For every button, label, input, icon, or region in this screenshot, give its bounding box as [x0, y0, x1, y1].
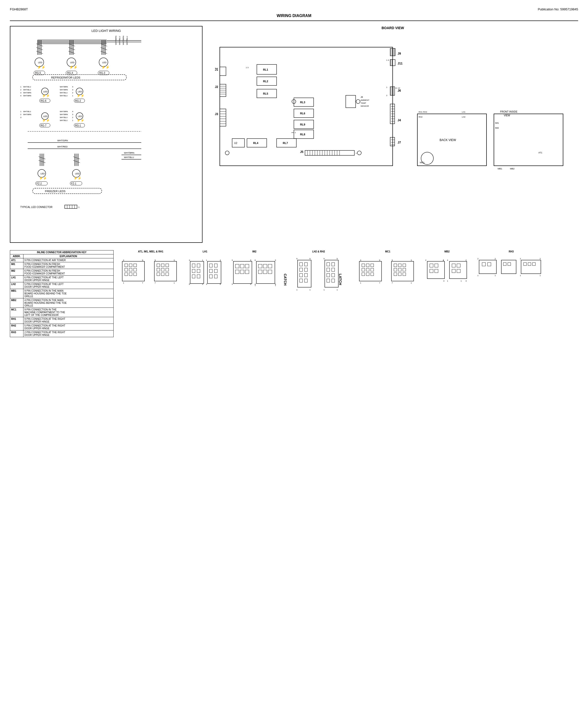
abbr-row: RH32 PIN CONNECTION AT THE RIGHT DOOR UP…: [10, 330, 113, 337]
svg-rect-285: [197, 269, 200, 273]
svg-text:FZ-1: FZ-1: [71, 182, 77, 185]
svg-text:4: 4: [189, 259, 190, 261]
svg-rect-415: [532, 263, 536, 266]
svg-text:1: 1: [461, 280, 462, 282]
svg-text:3: 3: [123, 259, 124, 261]
svg-text:3: 3: [20, 116, 21, 119]
svg-rect-314: [256, 261, 275, 284]
svg-rect-349: [332, 279, 335, 282]
svg-text:BACK VIEW: BACK VIEW: [440, 138, 456, 142]
svg-text:6: 6: [189, 283, 190, 285]
explanation-cell: 2 PIN CONNECTION AT THE RIGHT DOOR UPPER…: [23, 330, 113, 337]
svg-text:3: 3: [465, 280, 467, 282]
svg-text:WHT/BRN: WHT/BRN: [122, 36, 124, 45]
svg-text:J7: J7: [398, 141, 401, 144]
svg-text:1: 1: [323, 289, 325, 291]
svg-text:4: 4: [72, 110, 74, 112]
svg-rect-348: [327, 279, 330, 282]
svg-text:RL6: RL6: [300, 112, 305, 115]
connector-rh3: RH3 2 2 1 1 2 2 1: [477, 250, 546, 284]
svg-text:RL1: RL1: [263, 68, 268, 71]
svg-text:1: 1: [123, 282, 124, 284]
abbr-cell: RH1: [10, 317, 23, 324]
svg-text:LED: LED: [43, 115, 48, 118]
abbr-table-body: AT19 PIN CONNECTION AT AIR TOWERIM19 PIN…: [10, 259, 113, 337]
svg-rect-287: [197, 275, 200, 278]
svg-text:TYPICAL LED CONNECTOR: TYPICAL LED CONNECTOR: [20, 206, 52, 208]
board-view-area: BOARD VIEW J9 J11 1 4 J1 2 4: [207, 26, 578, 243]
svg-text:LED: LED: [41, 172, 45, 175]
svg-rect-378: [403, 273, 406, 276]
svg-text:⚡⚡: ⚡⚡: [101, 65, 110, 69]
svg-rect-387: [435, 269, 438, 273]
svg-rect-276: [166, 273, 169, 276]
main-diagram-area: LED LIGHT WIRING LED: [10, 26, 578, 243]
svg-text:1: 1: [275, 284, 276, 287]
svg-rect-283: [197, 264, 200, 267]
svg-rect-176: [346, 95, 356, 108]
svg-rect-307: [235, 270, 239, 274]
svg-text:2: 2: [520, 258, 521, 260]
svg-rect-411: [508, 263, 511, 266]
abbr-row: LH25 PIN CONNECTION AT THE LEFT DOOR UPP…: [10, 282, 113, 289]
svg-rect-345: [332, 268, 335, 271]
svg-text:J2: J2: [215, 85, 218, 89]
svg-text:1: 1: [72, 95, 74, 97]
svg-rect-320: [268, 270, 272, 274]
svg-text:5: 5: [323, 258, 325, 260]
svg-text:RG-5: RG-5: [35, 71, 41, 74]
abbr-cell: LH1: [10, 276, 23, 282]
svg-line-110: [39, 157, 45, 159]
svg-point-231: [357, 151, 361, 155]
svg-rect-342: [327, 263, 330, 266]
svg-rect-309: [245, 270, 249, 274]
svg-text:3: 3: [360, 259, 361, 261]
svg-text:REFRIGERATOR LEDS: REFRIGERATOR LEDS: [51, 76, 80, 79]
svg-text:6: 6: [220, 283, 221, 285]
svg-text:WHT/GRN: WHT/GRN: [57, 139, 68, 142]
svg-rect-270: [166, 264, 169, 267]
svg-text:RL9: RL9: [300, 123, 305, 126]
svg-text:2: 2: [477, 258, 479, 260]
svg-rect-412: [521, 260, 541, 274]
svg-text:6: 6: [250, 259, 251, 261]
conn-svg-lh1: 4 1 6 3 1 4 3 6: [185, 254, 225, 293]
svg-rect-344: [327, 268, 330, 271]
abbr-row: MC19 PIN CONNECTION IN THE MACHINE COMPA…: [10, 308, 113, 317]
svg-rect-333: [299, 273, 302, 277]
explanation-cell: 9 PIN CONNECTION IN THE MAIN BOARD HOUSI…: [23, 289, 113, 299]
abbreviation-section: INLINE CONNECTOR ABBREVIATION KEY ABBR. …: [10, 250, 578, 337]
svg-rect-393: [457, 264, 460, 267]
col-explanation: EXPLANATION: [23, 254, 113, 259]
svg-text:J3: J3: [215, 112, 218, 116]
svg-text:1: 1: [174, 282, 175, 284]
svg-rect-409: [501, 260, 516, 274]
svg-text:FZ-2: FZ-2: [37, 182, 42, 185]
svg-rect-260: [125, 273, 128, 276]
abbr-cell: RH2: [10, 324, 23, 330]
svg-rect-262: [133, 273, 136, 276]
svg-text:WHT/BRN: WHT/BRN: [115, 36, 117, 45]
connector-lh1: LH1 4 1 6 3: [185, 250, 225, 293]
svg-text:WHT/BLU: WHT/BLU: [23, 89, 31, 91]
svg-rect-254: [125, 264, 128, 267]
svg-text:2: 2: [386, 94, 387, 97]
conn-svg-lh2-rh2: CATCH 5 5 1 1: [284, 254, 353, 299]
svg-text:RG-7: RG-7: [41, 124, 46, 127]
svg-rect-360: [366, 268, 369, 271]
svg-text:WHT/RED: WHT/RED: [57, 145, 68, 148]
svg-text:WHT/BLU: WHT/BLU: [23, 86, 31, 88]
svg-rect-305: [240, 264, 244, 268]
abbr-table-title: INLINE CONNECTOR ABBREVIATION KEY: [10, 250, 113, 254]
svg-rect-269: [161, 264, 164, 267]
svg-rect-336: [304, 279, 308, 282]
svg-text:2: 2: [495, 258, 496, 260]
svg-rect-304: [235, 264, 239, 268]
svg-rect-357: [366, 264, 369, 267]
conn-label-at1: AT1, IM1, MB1, & RH1: [138, 250, 164, 253]
svg-rect-358: [371, 264, 374, 267]
svg-rect-375: [403, 268, 406, 271]
svg-text:FREEZER LEDS: FREEZER LEDS: [45, 190, 65, 193]
svg-line-6: [36, 51, 43, 54]
svg-rect-319: [263, 270, 267, 274]
